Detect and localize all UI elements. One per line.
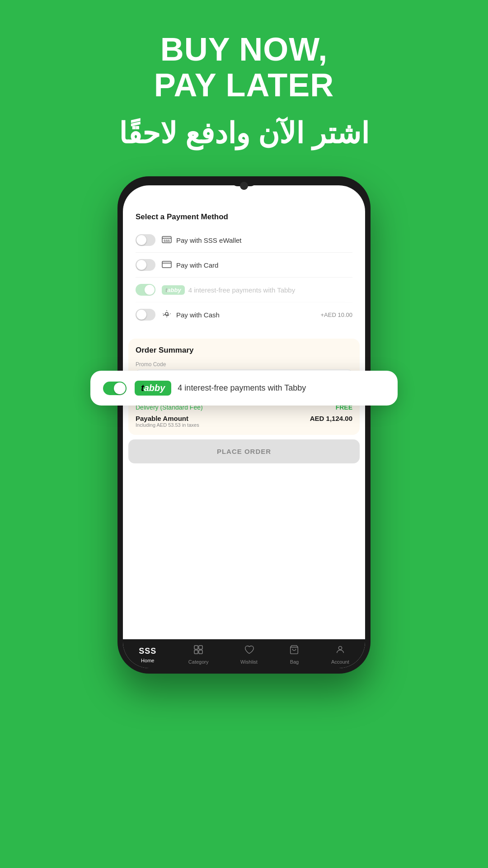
payment-option-tabby[interactable]: tabby 4 interest-free payments with Tabb… [136, 278, 352, 302]
payment-section-title: Select a Payment Method [136, 212, 352, 222]
payment-option-card[interactable]: Pay with Card [136, 253, 352, 278]
hero-section: BUY NOW, PAY LATER اشتر الآن وادفع لاحقً… [0, 0, 488, 150]
payable-value: AED 1,124.00 [310, 415, 352, 422]
nav-item-bag[interactable]: Bag [289, 645, 299, 665]
svg-rect-7 [199, 650, 202, 654]
ewallet-icon: SSS [162, 235, 172, 245]
heart-icon [244, 645, 254, 657]
toggle-card[interactable] [136, 259, 155, 271]
tabby-label: 4 interest-free payments with Tabby [188, 286, 352, 294]
ewallet-label: Pay with SSS eWallet [176, 236, 352, 244]
sss-home-icon: SSS [139, 646, 156, 656]
nav-label-account: Account [331, 659, 349, 665]
tabby-toggle[interactable] [103, 382, 127, 395]
tabby-logo-small: tabby [162, 285, 185, 295]
nav-label-wishlist: Wishlist [240, 659, 258, 665]
tabby-description: 4 interest-free payments with Tabby [178, 383, 306, 393]
svg-rect-6 [194, 650, 198, 654]
promo-code-label: Promo Code [136, 361, 352, 368]
tabby-floating-card: tabby 4 interest-free payments with Tabb… [90, 371, 398, 406]
payment-option-ewallet[interactable]: SSS Pay with SSS eWallet [136, 228, 352, 253]
tabby-logo-badge: tabby [135, 381, 171, 396]
svg-rect-4 [194, 646, 198, 649]
payment-section: Select a Payment Method SSS [128, 205, 360, 334]
toggle-tabby[interactable] [136, 284, 155, 296]
cash-icon [162, 309, 172, 321]
payable-row: Payable Amount Including AED 53.53 in ta… [136, 415, 352, 428]
nav-label-category: Category [188, 659, 209, 665]
nav-label-bag: Bag [290, 659, 299, 665]
person-icon [335, 645, 345, 657]
cash-label: Pay with Cash [176, 311, 321, 319]
nav-item-wishlist[interactable]: Wishlist [240, 645, 258, 665]
order-summary-title: Order Summary [136, 346, 352, 355]
svg-rect-2 [162, 261, 171, 268]
hero-title: BUY NOW, PAY LATER [0, 32, 488, 103]
nav-label-home: Home [141, 658, 154, 663]
nav-item-category[interactable]: Category [188, 645, 209, 665]
grid-icon [193, 645, 203, 657]
svg-rect-5 [199, 646, 202, 649]
bottom-navigation: SSS Home Category [123, 639, 365, 668]
svg-point-9 [338, 646, 342, 650]
cash-extra: +AED 10.00 [321, 311, 352, 318]
payment-option-cash[interactable]: Pay with Cash +AED 10.00 [136, 302, 352, 327]
hero-arabic-text: اشتر الآن وادفع لاحقًا [0, 117, 488, 150]
card-icon [162, 260, 172, 270]
bag-icon [289, 645, 299, 657]
toggle-ewallet[interactable] [136, 234, 155, 246]
phone-camera [240, 182, 248, 190]
svg-text:SSS: SSS [164, 239, 170, 242]
phone-mockup: Select a Payment Method SSS [117, 176, 371, 692]
toggle-cash[interactable] [136, 309, 155, 321]
svg-point-3 [165, 312, 168, 315]
nav-item-account[interactable]: Account [331, 645, 349, 665]
tax-note: Including AED 53.53 in taxes [136, 422, 199, 428]
payable-label: Payable Amount [136, 415, 199, 422]
place-order-button[interactable]: PLACE ORDER [128, 439, 360, 463]
nav-item-home[interactable]: SSS Home [139, 646, 156, 663]
card-label: Pay with Card [176, 261, 352, 269]
